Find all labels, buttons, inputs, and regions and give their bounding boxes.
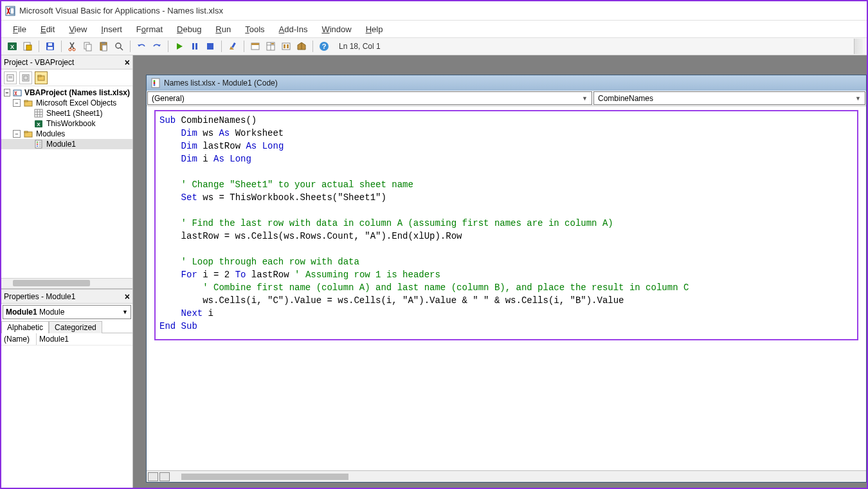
- svg-point-62: [154, 82, 156, 84]
- tree-excel-objects[interactable]: −Microsoft Excel Objects: [1, 98, 132, 108]
- properties-tab-categorized[interactable]: Categorized: [49, 321, 102, 333]
- toolbar-overflow[interactable]: [854, 39, 863, 54]
- break-button[interactable]: [188, 39, 202, 53]
- menu-window[interactable]: Window: [316, 23, 356, 35]
- project-toolbar: [1, 69, 132, 86]
- svg-text:X: X: [10, 44, 14, 50]
- svg-rect-29: [284, 44, 285, 48]
- svg-rect-43: [24, 100, 28, 102]
- module-icon: [150, 78, 161, 88]
- svg-rect-27: [271, 43, 274, 44]
- properties-object-dropdown[interactable]: Module1 Module ▼: [3, 305, 131, 319]
- svg-rect-15: [102, 45, 107, 51]
- paste-button[interactable]: [96, 39, 111, 53]
- cut-button[interactable]: [66, 39, 80, 53]
- find-button[interactable]: [112, 39, 126, 53]
- mdi-area: Names list.xlsx - Module1 (Code) (Genera…: [133, 55, 867, 488]
- object-dropdown[interactable]: (General)▼: [147, 91, 592, 105]
- svg-rect-23: [251, 43, 259, 45]
- code-window-titlebar[interactable]: Names list.xlsx - Module1 (Code): [147, 75, 866, 91]
- procedure-dropdown[interactable]: CombineNames▼: [593, 91, 865, 105]
- toolbar-separator: [39, 41, 39, 52]
- properties-tab-alphabetic[interactable]: Alphabetic: [1, 321, 49, 333]
- tree-vbaproject[interactable]: −VBAProject (Names list.xlsx): [1, 88, 132, 98]
- window-title: Microsoft Visual Basic for Applications …: [19, 6, 223, 15]
- properties-panel-title: Properties - Module1: [4, 292, 75, 301]
- menu-help[interactable]: Help: [361, 23, 388, 35]
- svg-rect-18: [192, 43, 194, 50]
- svg-rect-44: [35, 109, 42, 117]
- toolbar-separator: [221, 41, 222, 52]
- vba-app-icon: [5, 6, 15, 16]
- toolbar-separator: [61, 41, 62, 52]
- menu-view[interactable]: View: [64, 23, 92, 35]
- help-button[interactable]: ?: [317, 39, 331, 53]
- project-panel-title: Project - VBAProject: [4, 58, 74, 67]
- svg-rect-7: [48, 43, 52, 46]
- svg-rect-60: [152, 78, 159, 88]
- view-code-button[interactable]: [4, 71, 17, 84]
- svg-rect-12: [86, 44, 91, 51]
- project-tree[interactable]: −VBAProject (Names list.xlsx) −Microsoft…: [1, 86, 132, 278]
- menu-run[interactable]: Run: [210, 23, 236, 35]
- chevron-down-icon: ▼: [582, 95, 588, 102]
- svg-rect-20: [207, 43, 213, 50]
- properties-panel-close-icon[interactable]: ×: [125, 291, 130, 302]
- svg-rect-30: [287, 44, 289, 48]
- cursor-position: Ln 18, Col 1: [332, 42, 853, 51]
- procedure-view-button[interactable]: [148, 472, 158, 481]
- view-object-button[interactable]: [19, 71, 32, 84]
- code-editor[interactable]: Sub CombineNames() Dim ws As Worksheet D…: [147, 106, 866, 470]
- menu-tools[interactable]: Tools: [240, 23, 269, 35]
- run-button[interactable]: [172, 39, 186, 53]
- tree-modules[interactable]: −Modules: [1, 129, 132, 139]
- undo-button[interactable]: [134, 39, 149, 53]
- save-button[interactable]: [43, 39, 57, 53]
- tree-thisworkbook[interactable]: XThisWorkbook: [1, 118, 132, 129]
- code-hscrollbar[interactable]: [172, 472, 866, 481]
- tree-module1[interactable]: Module1: [1, 139, 132, 149]
- toggle-folders-button[interactable]: [35, 71, 48, 84]
- properties-grid[interactable]: (Name) Module1: [1, 333, 132, 488]
- svg-rect-14: [102, 42, 105, 44]
- project-hscrollbar[interactable]: [1, 278, 132, 288]
- toolbar-separator: [168, 41, 168, 52]
- menu-file[interactable]: File: [8, 23, 32, 35]
- svg-text:?: ?: [322, 42, 327, 50]
- toolbox-button[interactable]: [294, 39, 309, 53]
- svg-rect-8: [48, 47, 53, 50]
- svg-rect-40: [38, 75, 41, 77]
- insert-item-button[interactable]: [21, 39, 35, 53]
- menu-addins[interactable]: Add-Ins: [274, 23, 313, 35]
- svg-point-54: [37, 142, 38, 143]
- menu-edit[interactable]: Edit: [35, 23, 60, 35]
- code-window-title: Names list.xlsx - Module1 (Code): [164, 78, 278, 88]
- tree-sheet1[interactable]: Sheet1 (Sheet1): [1, 108, 132, 118]
- redo-button[interactable]: [150, 39, 164, 53]
- toolbar-separator: [244, 41, 244, 52]
- menu-format[interactable]: Format: [131, 23, 168, 35]
- properties-panel-header: Properties - Module1 ×: [1, 290, 132, 304]
- menu-debug[interactable]: Debug: [172, 23, 206, 35]
- copy-button[interactable]: [81, 39, 95, 53]
- property-row-name[interactable]: (Name) Module1: [1, 333, 132, 346]
- project-panel-header: Project - VBAProject ×: [1, 55, 132, 69]
- design-mode-button[interactable]: [226, 39, 240, 53]
- object-browser-button[interactable]: [279, 39, 293, 53]
- reset-button[interactable]: [203, 39, 217, 53]
- code-window: Names list.xlsx - Module1 (Code) (Genera…: [146, 75, 867, 483]
- svg-line-17: [120, 48, 123, 50]
- toolbar-separator: [312, 41, 313, 52]
- svg-rect-5: [26, 45, 32, 50]
- properties-window-button[interactable]: [264, 39, 278, 53]
- menu-insert[interactable]: Insert: [96, 23, 127, 35]
- svg-point-16: [116, 43, 121, 48]
- svg-text:X: X: [37, 122, 41, 127]
- project-explorer-button[interactable]: [248, 39, 262, 53]
- project-panel-close-icon[interactable]: ×: [125, 57, 130, 68]
- svg-point-61: [154, 80, 156, 82]
- full-module-view-button[interactable]: [159, 472, 170, 481]
- toolbar: X ? Ln 18, Col 1: [1, 37, 867, 55]
- view-excel-button[interactable]: X: [5, 39, 19, 53]
- code-window-footer: [147, 470, 866, 482]
